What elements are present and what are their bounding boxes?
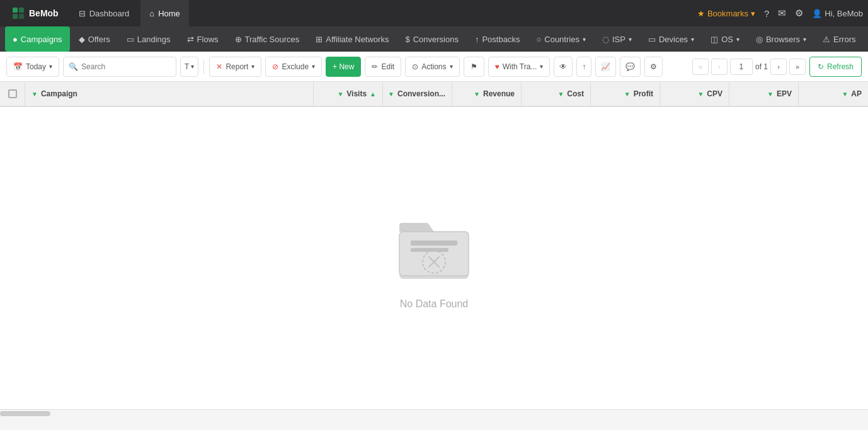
th-cost[interactable]: ▼ Cost [522,81,591,106]
filter-icon-epv: ▼ [767,91,774,98]
search-type-btn[interactable]: T ▾ [180,57,198,77]
eye-icon: 👁 [559,62,567,71]
sidebar-item-errors[interactable]: ⚠ Errors [815,26,863,52]
search-icon: 🔍 [69,62,78,71]
filter-icon-profit: ▼ [624,91,631,98]
browsers-icon: ◎ [756,35,763,44]
select-all-checkbox[interactable] [0,81,25,106]
chevron-down-icon-actions: ▾ [450,63,453,70]
horizontal-scrollbar[interactable] [0,409,868,417]
view-toggle-btn[interactable]: 👁 [554,57,573,77]
user-menu[interactable]: 👤 Hi, BeMob [812,9,863,18]
th-ap[interactable]: ▼ AP [799,81,868,106]
flows-icon: ⇄ [187,35,194,44]
th-visits[interactable]: ▼ Visits ▲ [314,81,383,106]
filter-icon-campaign: ▼ [31,91,38,98]
scroll-thumb[interactable] [0,411,50,416]
th-revenue[interactable]: ▼ Revenue [452,81,522,106]
th-profit[interactable]: ▼ Profit [591,81,660,106]
flag-icon: ⚑ [471,62,477,71]
page-prev-btn[interactable]: ‹ [711,59,728,75]
home-icon: ⌂ [149,9,154,18]
chevron-down-icon-isp: ▾ [629,36,632,43]
user-icon: 👤 [812,9,822,18]
page-next-btn[interactable]: › [770,59,787,75]
sidebar-item-devices[interactable]: ▭ Devices ▾ [641,26,702,52]
comment-btn[interactable]: 💬 [620,57,641,77]
filter-icon-conversions: ▼ [388,91,394,98]
chevron-down-icon-devices: ▾ [691,36,694,43]
chevron-down-icon-type: ▾ [191,63,194,70]
devices-icon: ▭ [648,35,656,44]
th-conversions[interactable]: ▼ Conversion... [383,81,452,106]
sidebar-item-affiliate-networks[interactable]: ⊞ Affiliate Networks [308,26,396,52]
share-icon: ↑ [582,62,586,71]
chevron-down-icon-report: ▾ [251,63,254,70]
edit-btn[interactable]: ✏ Edit [365,57,401,77]
sidebar-item-traffic-sources[interactable]: ⊕ Traffic Sources [227,26,307,52]
exclude-icon: ⊘ [272,62,278,71]
empty-folder-icon [393,207,475,288]
logo[interactable]: BeMob [5,6,65,20]
th-epv[interactable]: ▼ EPV [729,81,799,106]
help-icon[interactable]: ? [764,8,769,19]
sidebar-item-postbacks[interactable]: ↑ Postbacks [467,26,527,52]
sidebar-item-offers[interactable]: ◆ Offers [71,26,118,52]
actions-icon: ⊙ [412,62,418,71]
chart-icon: 📈 [601,62,610,71]
sidebar-item-landings[interactable]: ▭ Landings [119,26,178,52]
date-picker-btn[interactable]: 📅 Today ▾ [6,57,59,77]
bookmarks-btn[interactable]: ★ Bookmarks ▾ [697,9,755,18]
checkbox-icon[interactable] [8,89,17,98]
with-tracking-btn[interactable]: ♥ With Tra... ▾ [488,57,551,77]
settings-icon[interactable]: ⚙ [795,8,803,19]
exclude-btn[interactable]: ⊘ Exclude ▾ [265,57,322,77]
nav-right: ★ Bookmarks ▾ ? ✉ ⚙ 👤 Hi, BeMob [697,8,863,19]
countries-icon: ○ [536,35,541,44]
campaigns-icon: ● [13,35,18,44]
settings-columns-btn[interactable]: ⚙ [644,57,663,77]
dashboard-icon: ⊟ [79,9,86,18]
chevron-down-icon-os: ▾ [736,36,740,43]
filter-icon-cost: ▼ [557,91,564,98]
tab-home[interactable]: ⌂ Home [140,0,189,26]
new-btn[interactable]: + New [326,57,361,77]
pagination: « ‹ of 1 › » [692,59,806,75]
conversions-icon: $ [405,35,409,44]
th-cpv[interactable]: ▼ CPV [660,81,729,106]
actions-btn[interactable]: ⊙ Actions ▾ [405,57,459,77]
export-btn[interactable]: ↑ [576,57,591,77]
page-of-text: of 1 [755,62,768,71]
filter-icon-cpv: ▼ [697,91,704,98]
svg-rect-1 [19,8,24,13]
main-content: No Data Found [0,107,868,409]
second-nav: ● Campaigns ◆ Offers ▭ Landings ⇄ Flows … [0,26,868,52]
refresh-btn[interactable]: ↻ Refresh [809,57,862,77]
sidebar-item-campaigns[interactable]: ● Campaigns [5,26,70,52]
chevron-down-icon-exclude: ▾ [312,63,315,70]
sidebar-item-flows[interactable]: ⇄ Flows [180,26,226,52]
page-first-btn[interactable]: « [692,59,709,75]
sidebar-item-browsers[interactable]: ◎ Browsers ▾ [748,26,814,52]
toolbar: 📅 Today ▾ 🔍 T ▾ ✕ Report ▾ ⊘ Exclude ▾ +… [0,52,868,82]
filter-icon-revenue: ▼ [474,91,480,98]
search-input[interactable] [81,62,157,71]
sidebar-item-conversions[interactable]: $ Conversions [397,26,466,52]
page-last-btn[interactable]: » [789,59,806,75]
page-number-input[interactable] [730,59,753,75]
tab-dashboard[interactable]: ⊟ Dashboard [70,0,139,26]
th-campaign[interactable]: ▼ Campaign [25,81,314,106]
flag-btn[interactable]: ⚑ [464,57,484,77]
messages-icon[interactable]: ✉ [778,8,786,19]
report-btn[interactable]: ✕ Report ▾ [209,57,261,77]
sidebar-item-isp[interactable]: ◌ ISP ▾ [595,26,639,52]
chevron-down-icon: ▾ [751,9,755,18]
svg-rect-6 [411,240,457,246]
filter-icon-visits: ▼ [337,91,343,98]
sidebar-item-os[interactable]: ◫ OS ▾ [703,26,747,52]
svg-rect-5 [399,232,469,276]
svg-rect-2 [13,14,18,19]
chevron-down-icon-browsers: ▾ [803,36,806,43]
chart-btn[interactable]: 📈 [595,57,616,77]
sidebar-item-countries[interactable]: ○ Countries ▾ [528,26,593,52]
